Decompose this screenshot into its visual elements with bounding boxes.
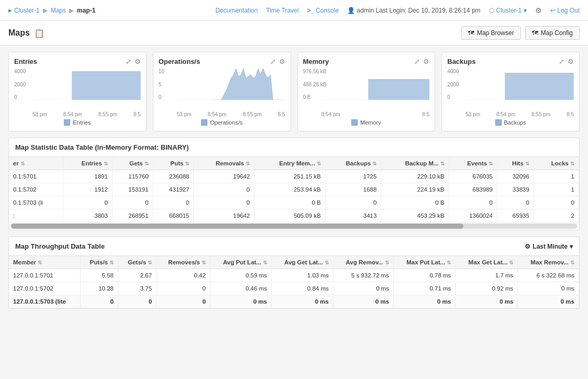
stat-col-member[interactable]: er⇅ [9, 157, 63, 170]
operations-settings-icon[interactable]: ⚙ [279, 58, 285, 65]
throughput-table-cell: 0 ms [333, 295, 393, 308]
stat-col-entry-mem[interactable]: Entry Mem...⇅ [254, 157, 325, 170]
stat-table-cell: 0 [194, 183, 254, 196]
stat-scrollbar-row[interactable] [9, 222, 579, 230]
sort-entrymem-icon: ⇅ [317, 161, 321, 166]
stat-totals-row: :380326895166801519642505.09 kB3413453.2… [9, 209, 579, 222]
console-prefix-icon: >_ [307, 7, 314, 14]
tp-col-member[interactable]: Member⇅ [9, 256, 80, 269]
backups-chart-card: Backups ⤢ ⚙ 4000 2000 0 [441, 52, 580, 131]
throughput-table-wrapper[interactable]: Member⇅ Puts/s⇅ Gets/s⇅ Removes/s⇅ Avg P… [9, 256, 579, 308]
tp-col-avg-get-lat[interactable]: Avg Get Lat...⇅ [271, 256, 333, 269]
tp-col-removes[interactable]: Removes/s⇅ [157, 256, 210, 269]
sort-member-icon: ⇅ [20, 161, 25, 166]
throughput-table-cell: 10.28 [80, 282, 118, 295]
memory-legend: Memory [303, 119, 430, 126]
stat-col-gets[interactable]: Gets⇅ [112, 157, 153, 170]
backups-legend: Backups [447, 119, 574, 126]
top-navigation: ▶ Cluster-1 ▶ Maps ▶ map-1 Documentation… [0, 0, 588, 21]
stat-col-removals[interactable]: Removals⇅ [194, 157, 254, 170]
stat-table-cell: 0 [112, 196, 153, 209]
stat-table-cell: 0.1:5702 [9, 183, 63, 196]
stat-col-puts[interactable]: Puts⇅ [153, 157, 194, 170]
tp-col-avg-rem[interactable]: Avg Remov...⇅ [333, 256, 393, 269]
stat-table-cell: 0 [63, 196, 112, 209]
cluster-selector[interactable]: ⬡ Cluster-1 ▾ [489, 7, 527, 14]
throughput-table-cell: 1.03 ms [271, 269, 333, 282]
stat-col-entries[interactable]: Entries⇅ [63, 157, 112, 170]
tp-col-avg-put-lat[interactable]: Avg Put Lat...⇅ [210, 256, 271, 269]
sort-tp-maxput-icon: ⇅ [447, 260, 451, 265]
stat-table-cell: 253.94 kB [254, 183, 325, 196]
entries-svg [32, 69, 141, 100]
breadcrumb-current: map-1 [77, 7, 95, 14]
map-browser-button[interactable]: 🗺 Map Browser [461, 26, 521, 40]
nav-right: Documentation Time Travel >_ Console 👤 a… [215, 6, 580, 15]
tp-col-max-rem[interactable]: Max Remov...⇅ [518, 256, 579, 269]
sort-tp-maxrem-icon: ⇅ [570, 260, 574, 265]
stat-col-locks[interactable]: Locks⇅ [534, 157, 579, 170]
logout-link[interactable]: ↩ Log Out [550, 7, 580, 14]
nav-time-travel[interactable]: Time Travel [266, 7, 298, 14]
breadcrumb-maps[interactable]: Maps [51, 7, 66, 14]
backups-expand-icon[interactable]: ⤢ [559, 58, 564, 65]
stat-table-wrapper[interactable]: er⇅ Entries⇅ Gets⇅ Puts⇅ Removals⇅ Entry… [9, 157, 579, 230]
throughput-table-cell: 0.46 ms [210, 282, 271, 295]
stat-table-cell: 431927 [153, 183, 194, 196]
stat-totals-cell: 3803 [63, 209, 112, 222]
memory-svg [321, 69, 430, 100]
entries-expand-icon[interactable]: ⤢ [126, 58, 131, 65]
tp-col-gets[interactable]: Gets/s⇅ [118, 256, 156, 269]
backups-settings-icon[interactable]: ⚙ [568, 58, 574, 65]
stat-table-cell: 683989 [449, 183, 497, 196]
map-config-button[interactable]: 🗺 Map Config [525, 26, 580, 40]
tp-col-max-get-lat[interactable]: Max Get Lat...⇅ [456, 256, 518, 269]
throughput-table-cell: 2.67 [118, 269, 156, 282]
filter-dropdown-icon: ▾ [570, 243, 573, 250]
stat-table-row: 0.1:570219121531914319270253.94 kB168822… [9, 183, 579, 196]
stat-table-cell: 0 [194, 196, 254, 209]
stat-table-header: Map Statistic Data Table (In-Memory Form… [9, 138, 579, 157]
stat-totals-cell: 2 [534, 209, 579, 222]
throughput-table-cell: 0 ms [456, 295, 518, 308]
memory-settings-icon[interactable]: ⚙ [423, 58, 429, 65]
stat-col-backup-m[interactable]: Backup M...⇅ [381, 157, 449, 170]
sort-tp-avgput-icon: ⇅ [263, 260, 267, 265]
sort-tp-removes-icon: ⇅ [202, 260, 206, 265]
settings-icon[interactable]: ⚙ [535, 6, 542, 15]
stat-table-cell: 0 B [254, 196, 325, 209]
stat-totals-cell: 668015 [153, 209, 194, 222]
stat-col-backups[interactable]: Backups⇅ [325, 157, 381, 170]
throughput-table-cell: 0.59 ms [210, 269, 271, 282]
stat-table-cell: 0 B [381, 196, 449, 209]
sort-entries-icon: ⇅ [104, 161, 108, 166]
map-title-icon: 📋 [34, 28, 45, 38]
sort-tp-avgrem-icon: ⇅ [385, 260, 389, 265]
logout-icon: ↩ [550, 7, 556, 14]
tp-col-puts[interactable]: Puts/s⇅ [80, 256, 118, 269]
operations-expand-icon[interactable]: ⤢ [270, 58, 276, 65]
operations-chart-inner [177, 69, 285, 100]
memory-chart-title: Memory [303, 58, 329, 65]
horizontal-scrollbar[interactable] [11, 224, 577, 229]
breadcrumb-cluster[interactable]: Cluster-1 [14, 7, 40, 14]
stat-totals-cell: : [9, 209, 63, 222]
throughput-table-cell: 0 [157, 282, 210, 295]
sort-locks-icon: ⇅ [570, 161, 574, 166]
throughput-table-row: 127.0.0.1:57015.582.670.420.59 ms1.03 ms… [9, 269, 579, 282]
tp-col-max-put-lat[interactable]: Max Put Lat...⇅ [394, 256, 456, 269]
nav-documentation[interactable]: Documentation [215, 7, 258, 14]
memory-expand-icon[interactable]: ⤢ [414, 58, 420, 65]
entries-settings-icon[interactable]: ⚙ [135, 58, 141, 65]
stat-table-cell: 115760 [112, 170, 153, 183]
stat-col-hits[interactable]: Hits⇅ [497, 157, 534, 170]
stat-table-cell: 19642 [194, 170, 254, 183]
stat-col-events[interactable]: Events⇅ [449, 157, 497, 170]
nav-console[interactable]: >_ Console [307, 7, 339, 14]
sort-puts-icon: ⇅ [185, 161, 189, 166]
throughput-filter[interactable]: ⚙ Last Minute ▾ [525, 243, 573, 250]
sort-hits-icon: ⇅ [525, 161, 529, 166]
throughput-table-cell: 0 ms [333, 282, 393, 295]
stat-table-cell: 153191 [112, 183, 153, 196]
throughput-table-cell: 127.0.0.1:5702 [9, 282, 80, 295]
